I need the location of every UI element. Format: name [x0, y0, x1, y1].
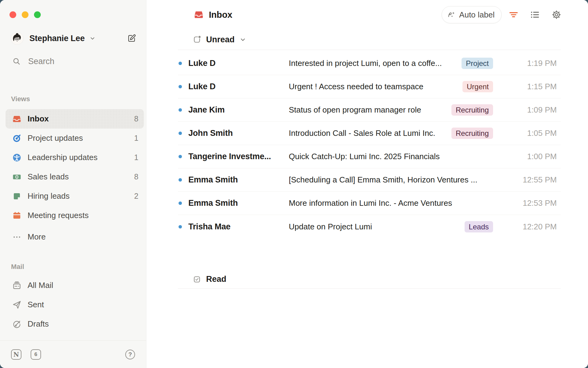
email-row[interactable]: Jane Kim Status of open program manager … [178, 98, 561, 122]
sidebar: Stephanie Lee Search Views Inbox 8 Proje… [0, 0, 146, 368]
sidebar-item-project-updates[interactable]: Project updates 1 [6, 128, 144, 148]
main-panel: Inbox Auto label [146, 0, 588, 368]
email-time: 1:15 PM [498, 82, 561, 91]
close-window-button[interactable] [9, 11, 16, 18]
unread-dot [179, 155, 182, 158]
email-row[interactable]: Luke D Interested in project Lumi, open … [178, 52, 561, 75]
email-sender: Emma Smith [188, 198, 289, 208]
email-time: 12:53 PM [498, 198, 561, 208]
email-label: Urgent [462, 81, 493, 92]
auto-label-button[interactable]: Auto label [442, 6, 502, 23]
sidebar-spacer [0, 334, 146, 340]
email-row[interactable]: John Smith Introduction Call - Sales Rol… [178, 122, 561, 145]
email-time: 12:55 PM [498, 175, 561, 185]
email-row[interactable]: Trisha Mae Update on Project Lumi Leads … [178, 215, 561, 238]
unread-dot [179, 62, 182, 65]
minimize-window-button[interactable] [22, 11, 28, 18]
unread-section-header[interactable]: Unread [178, 29, 561, 50]
email-time: 1:09 PM [498, 105, 561, 115]
calendar-app-icon[interactable]: 6 [31, 349, 41, 360]
nav-section-title: Views [11, 95, 146, 102]
sidebar-item-hiring-leads[interactable]: Hiring leads 2 [6, 186, 144, 206]
read-section-label: Read [206, 274, 226, 284]
email-row[interactable]: Tangerine Investme... Quick Catch-Up: Lu… [178, 145, 561, 168]
email-row[interactable]: Emma Smith More information in Lumi Inc.… [178, 192, 561, 215]
unread-section-label: Unread [206, 35, 235, 44]
sidebar-item-inbox[interactable]: Inbox 8 [6, 109, 144, 128]
email-row[interactable]: Emma Smith [Scheduling a Call] Emma Smit… [178, 168, 561, 192]
send-icon [12, 300, 21, 309]
email-sender: Jane Kim [188, 105, 289, 115]
email-subject: Introduction Call - Sales Role at Lumi I… [289, 128, 451, 138]
nav-section-title: Mail [11, 263, 146, 270]
filter-icon[interactable] [508, 10, 519, 20]
email-time: 1:19 PM [498, 59, 561, 68]
unread-count: 1 [134, 134, 138, 143]
sidebar-item-sent[interactable]: Sent [6, 295, 144, 314]
page-title: Inbox [209, 10, 232, 20]
email-sender: John Smith [188, 128, 289, 138]
email-subject: More information in Lumi Inc. - Acme Ven… [289, 198, 498, 208]
ellipsis-icon [12, 232, 21, 242]
sidebar-item-drafts[interactable]: Drafts [6, 314, 144, 334]
list-view-icon[interactable] [530, 10, 540, 20]
calendar-icon [12, 211, 21, 220]
main-header: Inbox Auto label [146, 0, 588, 29]
email-subject: Status of open program manager role [289, 105, 451, 115]
unread-count: 2 [134, 192, 138, 201]
sidebar-item-leadership-updates[interactable]: Leadership updates 1 [6, 148, 144, 167]
unread-dot [179, 132, 182, 135]
notion-app-icon[interactable]: N [11, 349, 21, 360]
email-row[interactable]: Luke D Urgent ! Access needed to teamspa… [178, 75, 561, 98]
drafts-icon [12, 320, 21, 329]
email-sender: Luke D [188, 59, 289, 68]
email-subject: Interested in project Lumi, open to a co… [289, 59, 462, 68]
unread-dot [179, 108, 182, 112]
unread-dot [179, 225, 182, 228]
compose-button[interactable] [127, 33, 137, 43]
sidebar-item-all-mail[interactable]: All Mail [6, 276, 144, 295]
email-subject: Urgent ! Access needed to teamspace [289, 82, 462, 91]
inbox-icon [12, 114, 21, 124]
all-mail-icon [12, 281, 21, 290]
chevron-down-icon [89, 35, 96, 41]
email-subject: [Scheduling a Call] Emma Smith, Horizon … [289, 175, 498, 185]
inbox-icon [194, 10, 204, 20]
email-label: Recruiting [451, 128, 493, 139]
target-icon [12, 134, 21, 143]
email-list: Luke D Interested in project Lumi, open … [178, 50, 561, 238]
sidebar-item-meeting-requests[interactable]: Meeting requests [6, 206, 144, 225]
window-controls [9, 11, 146, 18]
avatar [11, 32, 23, 44]
email-subject: Update on Project Lumi [289, 222, 465, 232]
search-button[interactable]: Search [12, 55, 137, 67]
unread-dot [179, 201, 182, 205]
read-section-header[interactable]: Read [178, 270, 561, 289]
sidebar-item-more[interactable]: More [6, 227, 144, 247]
person-icon [12, 153, 21, 162]
email-time: 1:05 PM [498, 128, 561, 138]
unread-count: 8 [134, 172, 138, 181]
unread-icon [193, 35, 201, 44]
auto-label-text: Auto label [459, 10, 495, 20]
sidebar-item-sales-leads[interactable]: Sales leads 8 [6, 167, 144, 186]
email-sender: Tangerine Investme... [188, 152, 289, 161]
zoom-window-button[interactable] [34, 11, 41, 18]
help-icon[interactable]: ? [125, 350, 135, 359]
unread-dot [179, 178, 182, 182]
account-switcher[interactable]: Stephanie Lee [11, 32, 137, 44]
unread-dot [179, 85, 182, 88]
email-time: 12:20 PM [498, 222, 561, 232]
user-name: Stephanie Lee [29, 34, 85, 43]
unread-count: 8 [134, 114, 138, 123]
email-label: Leads [465, 221, 493, 232]
sidebar-nav: Views Inbox 8 Project updates 1 Leadersh… [0, 67, 146, 334]
read-checkbox-icon [193, 275, 201, 284]
banknote-icon [12, 172, 21, 182]
search-label: Search [28, 57, 55, 66]
app-window: Stephanie Lee Search Views Inbox 8 Proje… [0, 0, 588, 368]
unread-count: 1 [134, 153, 138, 162]
search-icon [12, 57, 21, 66]
email-sender: Trisha Mae [188, 222, 289, 232]
settings-gear-icon[interactable] [551, 10, 562, 20]
